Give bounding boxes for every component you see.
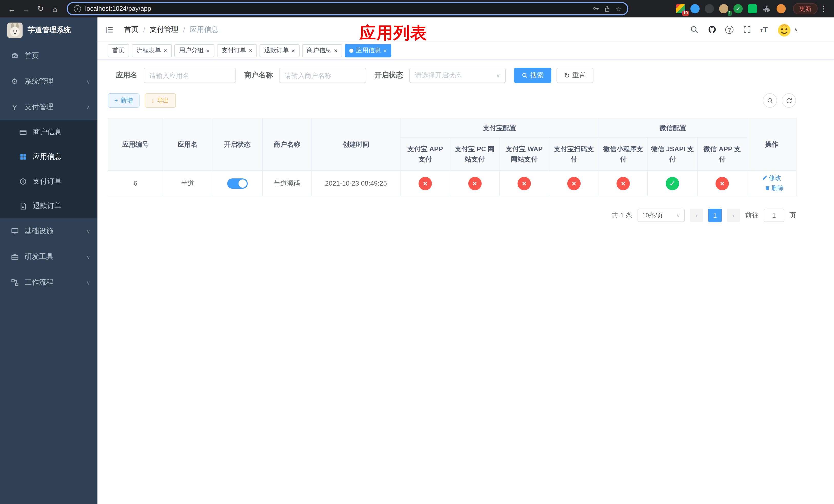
- tab-home[interactable]: 首页: [108, 44, 129, 57]
- tab-user-group[interactable]: 用户分组×: [174, 44, 214, 57]
- breadcrumb-separator: /: [183, 25, 185, 33]
- sidebar-item-label: 工作流程: [25, 278, 53, 287]
- refresh-button[interactable]: [782, 93, 796, 108]
- close-icon[interactable]: ×: [291, 47, 295, 53]
- browser-profile-avatar[interactable]: [776, 4, 786, 13]
- sidebar-item-app-info[interactable]: 应用信息: [0, 144, 97, 169]
- tab-refund-order[interactable]: 退款订单×: [260, 44, 300, 57]
- browser-forward-button[interactable]: →: [20, 2, 33, 15]
- fail-icon: ×: [616, 177, 630, 190]
- password-key-icon[interactable]: [593, 5, 600, 12]
- search-icon[interactable]: [689, 25, 699, 34]
- cell-wx-app: ×: [697, 170, 747, 196]
- browser-home-button[interactable]: ⌂: [48, 2, 62, 15]
- col-group-alipay: 支付宝配置: [400, 118, 599, 138]
- tab-process-form[interactable]: 流程表单×: [132, 44, 172, 57]
- status-select[interactable]: 请选择开启状态 ∨: [409, 68, 506, 83]
- col-header-wx-mini: 微信小程序支付: [599, 138, 648, 170]
- gear-icon: ⚙: [10, 77, 19, 86]
- annotation-title: 应用列表: [359, 22, 427, 45]
- breadcrumb-home[interactable]: 首页: [124, 25, 138, 34]
- page-content: 应用名 商户名称 开启状态 请选择开启状态 ∨: [97, 60, 834, 230]
- select-placeholder: 请选择开启状态: [415, 71, 462, 80]
- sidebar-item-label: 首页: [25, 51, 39, 61]
- search-button[interactable]: 搜索: [514, 68, 551, 83]
- edit-link[interactable]: 修改: [762, 173, 781, 182]
- toggle-search-button[interactable]: [763, 93, 777, 108]
- export-button[interactable]: ↓ 导出: [145, 93, 176, 108]
- sidebar-item-dev-tools[interactable]: 研发工具 ∨: [0, 244, 97, 270]
- browser-menu-icon[interactable]: ⋮: [819, 4, 829, 13]
- extension-badge: 10: [682, 11, 689, 16]
- extension-wechat-icon[interactable]: [748, 4, 757, 13]
- github-icon[interactable]: [707, 25, 717, 34]
- chrome-update-button[interactable]: 更新: [793, 3, 818, 14]
- share-icon[interactable]: [604, 5, 611, 12]
- reset-icon: ↻: [564, 71, 570, 79]
- cell-name: 芋道: [163, 170, 212, 196]
- font-size-icon[interactable]: TT: [760, 25, 768, 34]
- merchant-name-input[interactable]: [279, 68, 366, 83]
- fail-icon: ×: [716, 177, 729, 190]
- field-label: 商户名称: [244, 71, 273, 80]
- tab-merchant-info[interactable]: 商户信息×: [302, 44, 342, 57]
- fail-icon: ×: [419, 177, 432, 190]
- app-name-input[interactable]: [144, 68, 236, 83]
- extension-grid-icon[interactable]: 10: [676, 4, 685, 13]
- document-icon: [19, 202, 27, 210]
- tab-pay-order[interactable]: 支付订单×: [217, 44, 257, 57]
- sidebar-item-pay-order[interactable]: 支付订单: [0, 169, 97, 194]
- sidebar-fold-icon[interactable]: [105, 24, 115, 35]
- close-icon[interactable]: ×: [206, 47, 210, 53]
- next-page-button[interactable]: ›: [727, 209, 740, 222]
- sidebar-item-label: 商户信息: [33, 128, 62, 137]
- fail-icon: ×: [468, 177, 481, 190]
- sidebar-item-merchant-info[interactable]: 商户信息: [0, 120, 97, 144]
- breadcrumb-separator: /: [143, 25, 145, 33]
- sidebar-item-home[interactable]: 首页: [0, 43, 97, 69]
- tab-app-info[interactable]: 应用信息×: [345, 44, 391, 57]
- sidebar-item-system[interactable]: ⚙ 系统管理 ∨: [0, 69, 97, 94]
- chevron-down-icon: ∨: [86, 254, 90, 260]
- sidebar-item-payment[interactable]: ¥ 支付管理 ∧: [0, 94, 97, 120]
- close-icon[interactable]: ×: [383, 47, 387, 53]
- extension-dark-icon[interactable]: [705, 4, 714, 13]
- delete-link[interactable]: 删除: [765, 183, 784, 192]
- credit-card-icon: [19, 128, 27, 137]
- reset-button[interactable]: ↻ 重置: [556, 68, 593, 83]
- edit-link-label: 修改: [769, 173, 781, 182]
- extension-blue-icon[interactable]: [690, 4, 700, 13]
- cell-actions: 修改 删除: [747, 170, 796, 196]
- workflow-icon: [10, 278, 19, 287]
- close-icon[interactable]: ×: [163, 47, 167, 53]
- bookmark-star-icon[interactable]: ☆: [615, 5, 621, 13]
- status-toggle[interactable]: [227, 178, 247, 189]
- site-info-icon[interactable]: i: [74, 5, 81, 12]
- col-header-wx-app: 微信 APP 支付: [697, 138, 747, 170]
- fullscreen-icon[interactable]: [742, 25, 751, 34]
- page-size-select[interactable]: 10条/页 ∨: [638, 209, 685, 222]
- extension-avatar-icon[interactable]: 1: [719, 4, 728, 13]
- browser-reload-button[interactable]: ↻: [34, 2, 47, 15]
- sidebar-item-infra[interactable]: 基础设施 ∨: [0, 219, 97, 244]
- extension-check-icon[interactable]: ✓: [733, 4, 743, 13]
- sidebar-item-label: 应用信息: [33, 152, 62, 161]
- breadcrumb-payment[interactable]: 支付管理: [150, 25, 178, 34]
- sidebar-item-refund-order[interactable]: 退款订单: [0, 194, 97, 219]
- close-icon[interactable]: ×: [334, 47, 337, 53]
- prev-page-button[interactable]: ‹: [690, 209, 703, 222]
- logo[interactable]: 芋道管理系统: [0, 18, 97, 43]
- user-avatar-menu[interactable]: ∨: [776, 22, 798, 37]
- extensions-puzzle-icon[interactable]: [762, 4, 771, 13]
- address-bar[interactable]: i localhost:1024/pay/app ☆: [67, 2, 628, 15]
- add-button[interactable]: + 新增: [108, 93, 139, 108]
- help-icon[interactable]: ?: [725, 25, 733, 33]
- goto-page-input[interactable]: [764, 209, 784, 222]
- cell-alipay-pc: ×: [450, 170, 499, 196]
- browser-toolbar: ← → ↻ ⌂ i localhost:1024/pay/app ☆ 10 1 …: [0, 0, 834, 18]
- sidebar-item-workflow[interactable]: 工作流程 ∨: [0, 270, 97, 295]
- page-number-button[interactable]: 1: [708, 209, 722, 222]
- browser-back-button[interactable]: ←: [5, 2, 19, 15]
- download-icon: ↓: [151, 97, 154, 104]
- close-icon[interactable]: ×: [249, 47, 253, 53]
